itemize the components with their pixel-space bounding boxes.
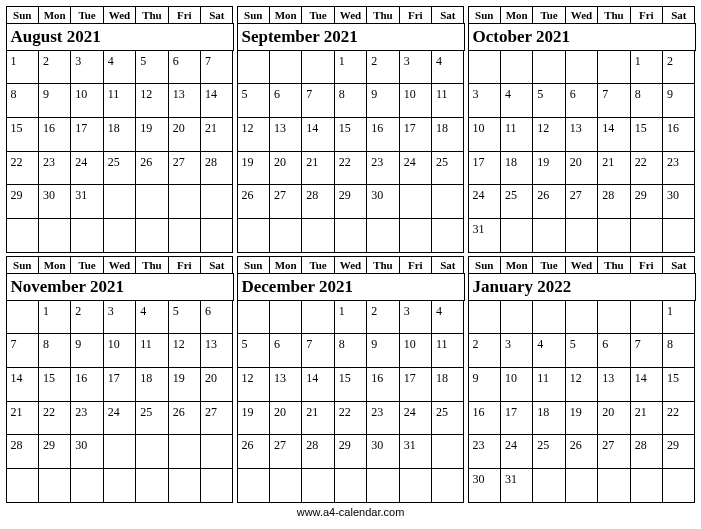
day-cell xyxy=(200,468,233,503)
day-cell: 6 xyxy=(269,333,302,368)
day-cell: 29 xyxy=(662,434,695,469)
weekday-header-cell: Tue xyxy=(532,256,565,274)
weekday-header-cell: Sat xyxy=(200,6,233,24)
day-cell xyxy=(399,218,432,253)
day-cell: 26 xyxy=(135,151,168,186)
day-cell: 23 xyxy=(662,151,695,186)
day-cell xyxy=(269,468,302,503)
day-cell xyxy=(334,218,367,253)
weekday-header-cell: Mon xyxy=(269,6,302,24)
day-cell xyxy=(431,468,464,503)
month-title: November 2021 xyxy=(6,273,234,301)
day-cell: 25 xyxy=(431,151,464,186)
day-cell xyxy=(200,218,233,253)
day-cell: 2 xyxy=(38,50,71,85)
day-cell: 30 xyxy=(468,468,501,503)
day-cell: 24 xyxy=(399,151,432,186)
day-cell xyxy=(532,300,565,335)
day-cell xyxy=(168,218,201,253)
weekday-header-row: SunMonTueWedThuFriSat xyxy=(6,256,233,273)
day-cell: 4 xyxy=(431,300,464,335)
day-cell xyxy=(135,218,168,253)
day-cell: 26 xyxy=(532,184,565,219)
day-cell: 9 xyxy=(468,367,501,402)
weekday-header-cell: Sat xyxy=(662,256,695,274)
day-cell: 18 xyxy=(431,117,464,152)
day-cell: 16 xyxy=(662,117,695,152)
day-cell: 11 xyxy=(135,333,168,368)
day-cell: 28 xyxy=(301,434,334,469)
day-cell: 18 xyxy=(532,401,565,436)
day-cell: 1 xyxy=(662,300,695,335)
day-cell: 3 xyxy=(103,300,136,335)
day-cell: 10 xyxy=(70,83,103,118)
day-cell xyxy=(500,300,533,335)
day-cell: 6 xyxy=(565,83,598,118)
day-cell: 7 xyxy=(301,83,334,118)
day-cell: 20 xyxy=(269,151,302,186)
day-cell: 28 xyxy=(6,434,39,469)
day-cell xyxy=(269,300,302,335)
day-cell: 7 xyxy=(200,50,233,85)
day-cell: 29 xyxy=(630,184,663,219)
day-cell: 23 xyxy=(366,401,399,436)
day-cell xyxy=(168,468,201,503)
day-cell: 13 xyxy=(200,333,233,368)
calendar-grid: SunMonTueWedThuFriSatAugust 202112345678… xyxy=(6,6,695,502)
day-cell: 12 xyxy=(237,117,270,152)
weekday-header-cell: Sat xyxy=(431,256,464,274)
day-cell xyxy=(301,218,334,253)
weekday-header-cell: Sat xyxy=(200,256,233,274)
month-title: December 2021 xyxy=(237,273,465,301)
day-cell: 1 xyxy=(334,50,367,85)
weekday-header-cell: Thu xyxy=(366,6,399,24)
day-cell: 11 xyxy=(103,83,136,118)
day-cell: 14 xyxy=(597,117,630,152)
day-cell: 8 xyxy=(334,83,367,118)
day-cell: 30 xyxy=(662,184,695,219)
day-cell: 7 xyxy=(6,333,39,368)
day-cell xyxy=(597,50,630,85)
weekday-header-cell: Thu xyxy=(597,256,630,274)
day-cell: 31 xyxy=(399,434,432,469)
day-cell: 4 xyxy=(532,333,565,368)
day-cell: 2 xyxy=(366,50,399,85)
day-cell xyxy=(70,468,103,503)
day-cell xyxy=(6,300,39,335)
day-cell: 24 xyxy=(468,184,501,219)
day-cell xyxy=(565,468,598,503)
day-cell: 24 xyxy=(70,151,103,186)
day-cell xyxy=(237,300,270,335)
weekday-header-cell: Sun xyxy=(6,6,39,24)
day-cell: 3 xyxy=(399,300,432,335)
day-grid: 1234567891011121314151617181920212223242… xyxy=(6,300,233,502)
day-cell: 19 xyxy=(532,151,565,186)
weekday-header-cell: Fri xyxy=(399,6,432,24)
day-cell: 17 xyxy=(103,367,136,402)
day-cell: 25 xyxy=(103,151,136,186)
day-grid: 1234567891011121314151617181920212223242… xyxy=(237,300,464,502)
day-cell: 25 xyxy=(500,184,533,219)
day-cell: 19 xyxy=(237,401,270,436)
day-cell: 7 xyxy=(630,333,663,368)
day-cell: 18 xyxy=(431,367,464,402)
day-cell xyxy=(468,50,501,85)
day-cell: 1 xyxy=(630,50,663,85)
day-cell: 31 xyxy=(468,218,501,253)
day-cell xyxy=(135,468,168,503)
day-cell: 23 xyxy=(366,151,399,186)
day-cell xyxy=(200,434,233,469)
day-cell: 11 xyxy=(431,83,464,118)
day-cell: 16 xyxy=(468,401,501,436)
day-cell: 1 xyxy=(38,300,71,335)
day-cell: 29 xyxy=(334,434,367,469)
weekday-header-cell: Mon xyxy=(269,256,302,274)
day-cell: 17 xyxy=(70,117,103,152)
day-cell xyxy=(301,468,334,503)
weekday-header-row: SunMonTueWedThuFriSat xyxy=(468,256,695,273)
day-cell: 12 xyxy=(565,367,598,402)
day-cell xyxy=(565,300,598,335)
day-cell xyxy=(269,50,302,85)
day-cell: 9 xyxy=(38,83,71,118)
month-block: SunMonTueWedThuFriSatDecember 2021123456… xyxy=(237,256,464,502)
